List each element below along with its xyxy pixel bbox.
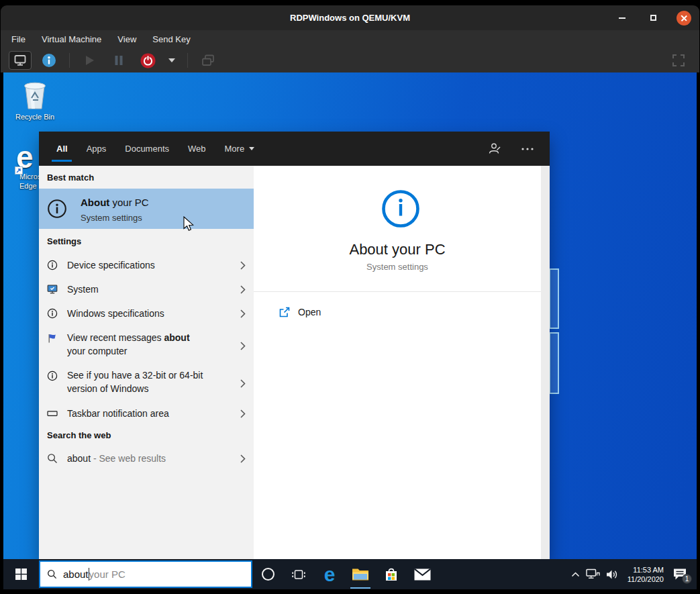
chevron-right-icon — [240, 285, 246, 294]
result-32bit-or-64bit[interactable]: See if you have a 32-bit or 64-bitversio… — [39, 365, 254, 399]
result-taskbar-notification-area[interactable]: Taskbar notification area — [39, 401, 254, 426]
toolbar-separator — [69, 53, 70, 68]
tab-documents[interactable]: Documents — [125, 132, 169, 166]
menu-virtual-machine[interactable]: Virtual Machine — [42, 34, 101, 44]
titlebar: RDPWindows on QEMU/KVM — [1, 5, 699, 30]
toolbar-separator — [187, 53, 188, 68]
mail-button[interactable] — [407, 559, 438, 589]
details-button[interactable] — [38, 51, 60, 70]
shutdown-menu-button[interactable] — [165, 51, 179, 70]
vm-display: Recycle Bin e Micros Edge All Apps Docu — [3, 72, 697, 589]
volume-icon[interactable] — [606, 569, 619, 580]
desktop-icon-label-line2: Edge — [13, 181, 39, 191]
search-typed-text: about — [63, 568, 89, 580]
close-icon — [681, 15, 687, 21]
maximize-icon — [650, 15, 656, 21]
result-device-specifications[interactable]: Device specifications — [39, 253, 254, 277]
chevron-right-icon — [240, 309, 246, 318]
wallpaper-logo-pane — [549, 332, 559, 394]
chevron-right-icon — [240, 261, 246, 270]
pause-icon — [113, 55, 124, 66]
windows-desktop[interactable]: Recycle Bin e Micros Edge All Apps Docu — [3, 72, 697, 559]
tab-all[interactable]: All — [56, 132, 68, 166]
search-results: Best match About your PC System settings… — [39, 166, 550, 559]
edge-taskbar-button[interactable]: e — [314, 559, 345, 589]
mail-icon — [414, 568, 431, 581]
result-web-search[interactable]: about - See web results — [39, 446, 254, 471]
result-system[interactable]: System — [39, 277, 254, 301]
window-controls — [615, 5, 691, 30]
store-button[interactable] — [376, 559, 407, 589]
chevron-down-icon — [249, 147, 254, 150]
best-match-subtitle: System settings — [81, 213, 142, 223]
close-button[interactable] — [677, 11, 691, 26]
section-settings: Settings — [47, 236, 81, 246]
pause-button[interactable] — [107, 51, 130, 70]
task-view-button[interactable] — [283, 559, 314, 589]
signin-person-icon[interactable] — [487, 142, 501, 156]
desktop-icon-edge[interactable]: e Micros Edge — [13, 142, 39, 191]
run-button[interactable] — [79, 51, 101, 70]
ellipsis-icon[interactable] — [521, 147, 534, 151]
search-icon — [47, 453, 58, 464]
best-match-title: About your PC — [81, 197, 149, 208]
mouse-cursor — [183, 216, 195, 235]
file-explorer-icon — [352, 567, 369, 581]
result-windows-specifications[interactable]: Windows specifications — [39, 301, 254, 326]
tab-web[interactable]: Web — [188, 132, 206, 166]
file-explorer-button[interactable] — [345, 559, 376, 589]
shutdown-power-icon — [140, 53, 156, 68]
running-app-indicator — [350, 587, 370, 589]
open-action[interactable]: Open — [254, 300, 541, 324]
snapshots-button[interactable] — [197, 51, 219, 70]
details-info-icon — [42, 53, 56, 68]
preview-pane: About your PC System settings Open — [254, 166, 541, 559]
menu-send-key[interactable]: Send Key — [152, 34, 190, 44]
console-button[interactable] — [9, 51, 32, 70]
network-icon[interactable] — [586, 568, 600, 580]
chevron-right-icon — [240, 342, 246, 350]
snapshots-icon — [201, 53, 215, 68]
info-circle-icon — [47, 199, 67, 221]
toolbar — [1, 48, 699, 72]
menu-view[interactable]: View — [117, 34, 136, 44]
panel-scroll-gutter[interactable] — [541, 166, 550, 559]
best-match-item[interactable]: About your PC System settings — [39, 189, 254, 229]
search-header-actions — [487, 142, 534, 156]
maximize-button[interactable] — [646, 11, 660, 26]
tab-apps[interactable]: Apps — [87, 132, 107, 166]
cortana-button[interactable] — [252, 559, 283, 589]
preview-subtitle: System settings — [254, 262, 541, 272]
open-label: Open — [298, 307, 321, 317]
store-icon — [384, 566, 399, 583]
minimize-button[interactable] — [615, 11, 630, 26]
tray-time: 11:53 AM — [628, 565, 664, 575]
fullscreen-button[interactable] — [667, 51, 690, 70]
task-view-icon — [292, 568, 305, 581]
preview-title: About your PC — [254, 241, 541, 258]
tab-more[interactable]: More — [225, 132, 255, 166]
run-play-icon — [85, 55, 95, 66]
taskbar-search-input[interactable]: about your PC — [39, 560, 252, 588]
system-monitor-icon — [47, 284, 58, 295]
minimize-icon — [619, 17, 626, 19]
window-title: RDPWindows on QEMU/KVM — [1, 5, 699, 30]
fullscreen-icon — [672, 54, 685, 66]
console-monitor-icon — [13, 54, 27, 67]
chevron-right-icon — [240, 454, 246, 463]
start-button[interactable] — [3, 559, 39, 589]
action-center-button[interactable]: 1 — [672, 568, 687, 581]
tray-date: 11/20/2020 — [628, 575, 664, 584]
tray-clock[interactable]: 11:53 AM 11/20/2020 — [628, 565, 664, 584]
menu-file[interactable]: File — [11, 34, 26, 44]
chevron-right-icon — [240, 379, 246, 388]
taskbar-rect-icon — [47, 408, 58, 419]
chevron-up-icon[interactable] — [571, 571, 580, 578]
shortcut-arrow-icon — [15, 166, 23, 175]
info-circle-icon — [47, 260, 58, 270]
result-view-recent-messages[interactable]: View recent messages aboutyour computer — [39, 328, 254, 361]
desktop-icon-recycle-bin[interactable]: Recycle Bin — [13, 78, 57, 121]
shutdown-button[interactable] — [136, 51, 159, 70]
section-search-the-web: Search the web — [47, 430, 111, 440]
search-tabs: All Apps Documents Web More — [56, 132, 254, 166]
